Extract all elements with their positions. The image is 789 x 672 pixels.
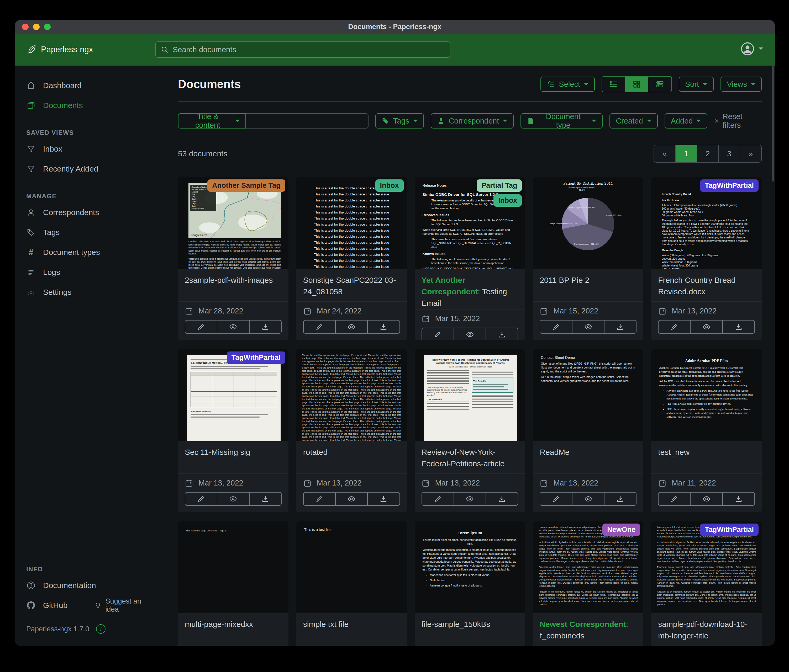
app-logo[interactable]: Paperless-ngx: [26, 44, 93, 55]
view-button[interactable]: [572, 492, 604, 506]
tag-badge[interactable]: TagWithPartial: [700, 179, 759, 192]
document-thumbnail[interactable]: Patient BP Distribution 2011Normal, 151,…: [533, 177, 643, 269]
sidebar-item-logs[interactable]: Logs: [26, 262, 155, 282]
document-thumbnail[interactable]: Contact Sheet DemoGiven a set of image f…: [533, 349, 643, 441]
download-button[interactable]: [722, 492, 755, 506]
list-view-button[interactable]: [602, 76, 625, 92]
pagination-page-2[interactable]: 2: [696, 145, 718, 162]
search-input[interactable]: [172, 45, 445, 54]
edit-button[interactable]: [658, 320, 691, 334]
document-title[interactable]: 2011 BP Pie 2: [540, 274, 637, 286]
document-title[interactable]: ReadMe: [540, 446, 637, 458]
correspondent-link[interactable]: Newest Correspondent: [540, 620, 626, 629]
tag-badge[interactable]: TagWithPartial: [700, 524, 759, 536]
download-button[interactable]: [604, 492, 637, 506]
document-title[interactable]: Yet Another Correspondent: Testing Email: [422, 274, 518, 309]
document-thumbnail[interactable]: This is a test file.: [296, 521, 407, 613]
document-title[interactable]: French Country Bread Revised.docx: [658, 274, 755, 298]
sidebar-item-recently-added[interactable]: Recently Added: [26, 159, 155, 179]
document-thumbnail[interactable]: Lorem ipsumLorem ipsum dolor sit amet, c…: [415, 521, 525, 613]
edit-button[interactable]: [540, 492, 572, 506]
edit-button[interactable]: [422, 328, 454, 340]
sidebar-item-suggest-idea[interactable]: Suggest an idea: [94, 597, 155, 613]
sidebar-item-inbox[interactable]: Inbox: [26, 139, 155, 159]
pagination-next[interactable]: »: [739, 145, 761, 162]
edit-button[interactable]: [185, 320, 217, 334]
detail-view-button[interactable]: [648, 76, 671, 92]
sidebar-item-document-types[interactable]: # Document types: [26, 242, 155, 262]
sidebar-item-tags[interactable]: Tags: [26, 223, 155, 242]
edit-button[interactable]: [540, 320, 572, 334]
document-title[interactable]: Review-of-New-York-Federal-Petitions-art…: [422, 446, 518, 470]
filter-created-button[interactable]: Created: [610, 113, 658, 129]
document-title[interactable]: 2sample-pdf-with-images: [185, 274, 282, 286]
filter-tags-button[interactable]: Tags: [375, 113, 424, 129]
pagination-page-1[interactable]: 1: [675, 145, 696, 162]
download-button[interactable]: [367, 320, 400, 334]
sidebar-item-settings[interactable]: Settings: [26, 282, 155, 302]
tag-badge[interactable]: Another Sample Tag: [208, 179, 285, 192]
document-title[interactable]: sample-pdf-download-10-mb-longer-title: [658, 618, 755, 642]
filter-query-input[interactable]: [246, 113, 369, 129]
document-thumbnail[interactable]: Another Sample Tag Boundary Waters TripS…: [178, 177, 289, 269]
pagination-page-3[interactable]: 3: [718, 145, 739, 162]
grid-view-button[interactable]: [625, 76, 648, 92]
filter-added-button[interactable]: Added: [664, 113, 708, 129]
document-title[interactable]: file-sample_150kBs: [422, 618, 518, 630]
global-search[interactable]: [155, 41, 450, 58]
view-button[interactable]: [335, 492, 368, 506]
reset-filters-button[interactable]: × Reset filters: [714, 112, 762, 130]
views-button[interactable]: Views: [720, 76, 762, 92]
document-title[interactable]: rotated: [303, 446, 400, 458]
edit-button[interactable]: [303, 320, 336, 334]
sidebar-item-github[interactable]: GitHub: [43, 601, 67, 610]
sidebar-item-correspondents[interactable]: Correspondents: [26, 202, 155, 223]
document-thumbnail[interactable]: This is the text that appears on the fir…: [296, 349, 407, 441]
user-avatar[interactable]: [741, 42, 754, 56]
download-button[interactable]: [722, 320, 755, 334]
filter-field-button[interactable]: Title & content: [178, 113, 246, 129]
document-thumbnail[interactable]: This is a multi page document. Page 1.: [178, 521, 289, 613]
document-thumbnail[interactable]: Partial TagInbox Release NotesSimba ODBC…: [415, 177, 525, 269]
view-button[interactable]: [217, 492, 249, 506]
document-thumbnail[interactable]: Review of New York Federal Petitions for…: [415, 349, 525, 441]
tag-badge[interactable]: TagWithPartial: [227, 352, 285, 364]
document-thumbnail[interactable]: Inbox This is a test for the double spac…: [296, 177, 407, 269]
download-button[interactable]: [604, 320, 637, 334]
filter-correspondent-button[interactable]: Correspondent: [431, 113, 514, 129]
download-button[interactable]: [249, 492, 282, 506]
document-thumbnail[interactable]: TagWithPartial French Country BreadFor t…: [651, 177, 762, 269]
document-title[interactable]: Newest Correspondent: f_combineds: [540, 618, 637, 642]
document-title[interactable]: simple txt file: [303, 618, 400, 630]
view-button[interactable]: [690, 320, 723, 334]
download-button[interactable]: [486, 492, 518, 506]
document-title[interactable]: Sonstige ScanPC2022 03-24_081058: [303, 274, 400, 298]
sidebar-item-documents[interactable]: Documents: [26, 96, 155, 115]
document-title[interactable]: Sec 11-Missing sig: [185, 446, 282, 458]
edit-button[interactable]: [422, 492, 454, 506]
edit-button[interactable]: [658, 492, 691, 506]
view-button[interactable]: [690, 492, 723, 506]
pagination-prev[interactable]: «: [654, 145, 675, 162]
view-button[interactable]: [454, 492, 486, 506]
sidebar-item-documentation[interactable]: Documentation: [26, 575, 155, 596]
download-button[interactable]: [486, 328, 518, 340]
view-button[interactable]: [335, 320, 368, 334]
info-icon[interactable]: i: [96, 624, 105, 634]
tag-badge[interactable]: Inbox: [375, 179, 404, 192]
user-menu-caret-icon[interactable]: [759, 48, 763, 52]
tag-badge[interactable]: Inbox: [494, 194, 522, 207]
view-button[interactable]: [217, 320, 249, 334]
sort-button[interactable]: Sort: [679, 76, 714, 92]
document-title[interactable]: multi-page-mixedxx: [185, 618, 282, 630]
document-thumbnail[interactable]: TagWithPartial 1.1. CONTINUING MEDICAL E…: [178, 349, 289, 441]
download-button[interactable]: [249, 320, 282, 334]
tag-badge[interactable]: NewOne: [602, 524, 640, 536]
document-title[interactable]: test_new: [658, 446, 755, 458]
select-button[interactable]: Select: [540, 76, 595, 92]
edit-button[interactable]: [185, 492, 217, 506]
document-thumbnail[interactable]: Adobe Acrobat PDF FilesAdobe® Portable D…: [651, 349, 762, 441]
document-thumbnail[interactable]: NewOne Lorem ipsum dolor sit amet, conse…: [533, 521, 643, 613]
scrollbar-thumb[interactable]: [772, 66, 774, 182]
download-button[interactable]: [367, 492, 400, 506]
